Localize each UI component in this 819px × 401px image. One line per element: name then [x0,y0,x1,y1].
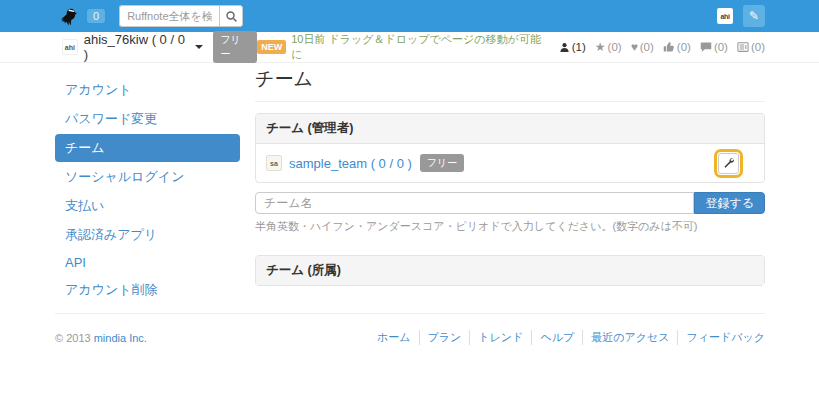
members-count[interactable]: (1) [559,41,586,53]
title-divider [255,101,765,102]
page-title: チーム [255,66,765,92]
member-teams-panel: チーム (所属) [255,255,765,286]
notification-badge[interactable]: 0 [87,9,105,23]
account-subheader: ahi ahis_76kiw ( 0 / 0 ) フリー NEW 10日前 ドラ… [0,32,819,63]
copyright: © 2013 mindia Inc. [55,332,147,344]
footer-link-plan[interactable]: プラン [428,331,462,343]
member-teams-header: チーム (所属) [256,256,764,285]
footer-link-home[interactable]: ホーム [377,331,411,343]
new-badge: NEW [257,40,286,54]
annotation-highlight [714,149,743,178]
page: 0 ahi ✎ ahi ahis_76kiw ( 0 / 0 ) フリー N [0,0,819,401]
global-search [119,5,243,27]
plan-badge: フリー [213,31,257,63]
likes-count[interactable]: ♥ (0) [631,41,654,53]
team-avatar: sa [266,155,282,171]
sidebar-item-team[interactable]: チーム [55,134,240,162]
sidebar-item-authorized-apps[interactable]: 承認済みアプリ [55,221,240,249]
footer-divider [55,313,765,314]
account-name: ahis_76kiw ( 0 / 0 ) [84,32,191,62]
footer-link-recent-access[interactable]: 最近のアクセス [591,331,669,343]
caret-down-icon [195,45,203,49]
star-icon: ★ [595,41,606,53]
team-link[interactable]: sample_team ( 0 / 0 ) [289,156,412,171]
sidebar-item-account[interactable]: アカウント [55,76,240,104]
thumbs-up-count[interactable]: (0) [663,41,691,53]
settings-sidebar: アカウント パスワード変更 チーム ソーシャルログイン 支払い 承認済みアプリ … [55,76,240,305]
footer-link-help[interactable]: ヘルプ [540,331,574,343]
main-content: チーム チーム (管理者) sa sample_team ( 0 / 0 ) フ… [255,66,765,286]
team-row: sa sample_team ( 0 / 0 ) フリー [266,150,754,176]
team-name-input[interactable] [255,192,694,214]
search-button[interactable] [219,5,243,27]
search-input[interactable] [119,5,219,27]
create-team-form: 登録する [255,192,765,214]
pages-count[interactable]: (0) [737,41,765,53]
sidebar-item-api[interactable]: API [55,250,240,275]
pencil-icon: ✎ [749,9,759,23]
footer-links: ホーム プラン トレンド ヘルプ 最近のアクセス フィードバック [369,330,765,345]
news-link[interactable]: 10日前 ドラッグ＆ドロップでページの移動が可能に [291,32,542,62]
bird-icon [58,6,79,27]
stars-count[interactable]: ★ (0) [595,41,622,53]
user-avatar[interactable]: ahi [717,8,733,24]
comments-count[interactable]: (0) [700,41,728,53]
team-settings-button[interactable] [718,153,739,174]
new-page-button[interactable]: ✎ [743,5,765,27]
heart-icon: ♥ [631,41,638,53]
user-icon [559,42,572,53]
comment-icon [700,41,714,53]
bird-logo[interactable] [58,6,79,27]
wrench-icon [723,157,735,169]
magnifier-icon [225,10,238,23]
sidebar-item-delete-account[interactable]: アカウント削除 [55,276,240,304]
company-link[interactable]: mindia Inc. [94,332,147,344]
footer-link-feedback[interactable]: フィードバック [686,331,765,343]
sidebar-item-social-login[interactable]: ソーシャルログイン [55,163,240,191]
admin-teams-header: チーム (管理者) [256,114,764,144]
sidebar-item-password[interactable]: パスワード変更 [55,105,240,133]
register-button[interactable]: 登録する [694,192,765,214]
list-icon [737,41,751,53]
topbar: 0 ahi ✎ [0,0,819,32]
team-name-help: 半角英数・ハイフン・アンダースコア・ピリオドで入力してください。(数字のみは不可… [255,219,765,234]
footer-link-trend[interactable]: トレンド [478,331,523,343]
footer: © 2013 mindia Inc. ホーム プラン トレンド ヘルプ 最近のア… [55,330,765,345]
team-plan-badge: フリー [420,154,464,172]
userbar-right: NEW 10日前 ドラッグ＆ドロップでページの移動が可能に (1) ★ (0) [257,32,765,62]
thumbs-up-icon [663,41,677,53]
account-avatar: ahi [62,39,78,55]
sidebar-item-payment[interactable]: 支払い [55,192,240,220]
account-dropdown[interactable]: ahis_76kiw ( 0 / 0 ) [84,32,204,62]
admin-teams-panel: チーム (管理者) sa sample_team ( 0 / 0 ) フリー [255,113,765,183]
stats: (1) ★ (0) ♥ (0) (0 [550,41,765,53]
admin-teams-body: sa sample_team ( 0 / 0 ) フリー [256,144,764,182]
